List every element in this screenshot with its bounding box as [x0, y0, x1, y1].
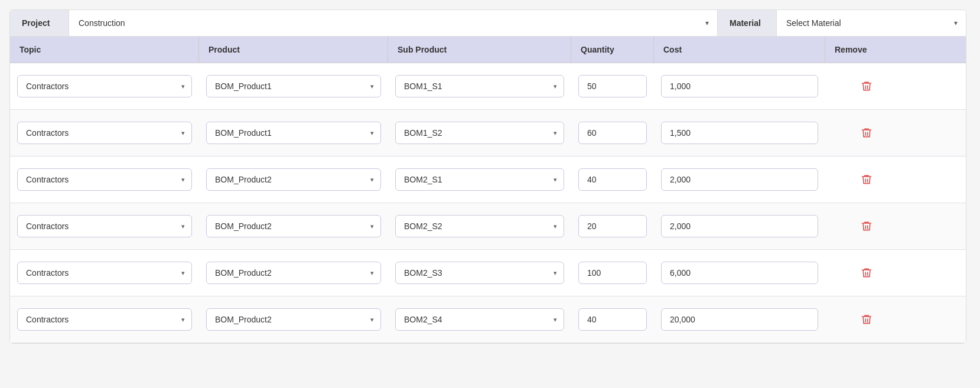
- sub-product-select-wrapper-4[interactable]: BOM2_S3 ▾: [395, 262, 564, 284]
- cell-sub-product-4: BOM2_S3 ▾: [388, 257, 571, 289]
- cell-remove-2: [825, 164, 908, 195]
- cell-cost-4: [654, 257, 825, 289]
- cell-product-2: BOM_Product2 ▾: [199, 164, 388, 195]
- project-select[interactable]: Construction: [69, 10, 717, 36]
- cell-quantity-0: [571, 70, 654, 102]
- cell-sub-product-1: BOM1_S2 ▾: [388, 117, 571, 149]
- material-select-wrapper[interactable]: Select Material ▾: [777, 10, 966, 36]
- sub-product-select-1[interactable]: BOM1_S2: [395, 122, 564, 144]
- table-header: Topic Product Sub Product Quantity Cost …: [10, 37, 966, 63]
- cost-input-4[interactable]: [661, 262, 818, 284]
- table-row: Contractors ▾ BOM_Product1 ▾ BOM1_S2: [10, 110, 966, 156]
- product-select-3[interactable]: BOM_Product2: [206, 215, 381, 237]
- cell-quantity-4: [571, 257, 654, 289]
- cell-remove-1: [825, 117, 908, 149]
- cell-product-5: BOM_Product2 ▾: [199, 304, 388, 335]
- cell-sub-product-0: BOM1_S1 ▾: [388, 70, 571, 102]
- topic-select-1[interactable]: Contractors: [17, 122, 192, 144]
- cell-topic-3: Contractors ▾: [10, 210, 199, 242]
- trash-icon-2: [861, 173, 872, 186]
- topic-select-4[interactable]: Contractors: [17, 262, 192, 284]
- filter-bar: Project Construction ▾ Material Select M…: [10, 10, 966, 37]
- sub-product-select-3[interactable]: BOM2_S2: [395, 215, 564, 237]
- cell-cost-1: [654, 117, 825, 149]
- sub-product-select-wrapper-1[interactable]: BOM1_S2 ▾: [395, 122, 564, 144]
- quantity-input-5[interactable]: [578, 308, 647, 331]
- topic-select-wrapper-3[interactable]: Contractors ▾: [17, 215, 192, 237]
- quantity-input-1[interactable]: [578, 122, 647, 144]
- project-filter-group: Project Construction ▾: [10, 10, 718, 36]
- topic-select-wrapper-2[interactable]: Contractors ▾: [17, 168, 192, 191]
- quantity-input-2[interactable]: [578, 168, 647, 191]
- sub-product-select-wrapper-3[interactable]: BOM2_S2 ▾: [395, 215, 564, 237]
- cost-input-5[interactable]: [661, 308, 818, 331]
- cell-cost-5: [654, 304, 825, 335]
- cell-topic-0: Contractors ▾: [10, 70, 199, 102]
- cell-topic-4: Contractors ▾: [10, 257, 199, 289]
- sub-product-select-4[interactable]: BOM2_S3: [395, 262, 564, 284]
- quantity-input-4[interactable]: [578, 262, 647, 284]
- cell-topic-5: Contractors ▾: [10, 304, 199, 335]
- topic-select-5[interactable]: Contractors: [17, 308, 192, 331]
- cell-quantity-2: [571, 164, 654, 195]
- cell-quantity-3: [571, 210, 654, 242]
- product-select-0[interactable]: BOM_Product1: [206, 75, 381, 97]
- trash-icon-0: [861, 80, 872, 93]
- col-header-product: Product: [199, 37, 388, 63]
- topic-select-wrapper-1[interactable]: Contractors ▾: [17, 122, 192, 144]
- product-select-wrapper-2[interactable]: BOM_Product2 ▾: [206, 168, 381, 191]
- material-filter-group: Material Select Material ▾: [718, 10, 966, 36]
- sub-product-select-5[interactable]: BOM2_S4: [395, 308, 564, 331]
- topic-select-2[interactable]: Contractors: [17, 168, 192, 191]
- trash-icon-4: [861, 266, 872, 279]
- cost-input-2[interactable]: [661, 168, 818, 191]
- trash-icon-5: [861, 313, 872, 326]
- remove-button-0[interactable]: [856, 77, 877, 95]
- product-select-wrapper-4[interactable]: BOM_Product2 ▾: [206, 262, 381, 284]
- topic-select-3[interactable]: Contractors: [17, 215, 192, 237]
- remove-button-2[interactable]: [856, 171, 877, 188]
- quantity-input-0[interactable]: [578, 75, 647, 97]
- remove-button-1[interactable]: [856, 124, 877, 142]
- cell-cost-3: [654, 210, 825, 242]
- remove-button-4[interactable]: [856, 264, 877, 282]
- sub-product-select-wrapper-0[interactable]: BOM1_S1 ▾: [395, 75, 564, 97]
- quantity-input-3[interactable]: [578, 215, 647, 237]
- sub-product-select-wrapper-2[interactable]: BOM2_S1 ▾: [395, 168, 564, 191]
- project-select-wrapper[interactable]: Construction ▾: [69, 10, 717, 36]
- table-row: Contractors ▾ BOM_Product1 ▾ BOM1_S1: [10, 63, 966, 110]
- remove-button-3[interactable]: [856, 217, 877, 235]
- product-select-wrapper-3[interactable]: BOM_Product2 ▾: [206, 215, 381, 237]
- cost-input-3[interactable]: [661, 215, 818, 237]
- material-select[interactable]: Select Material: [777, 10, 966, 36]
- sub-product-select-2[interactable]: BOM2_S1: [395, 168, 564, 191]
- product-select-5[interactable]: BOM_Product2: [206, 308, 381, 331]
- material-label: Material: [718, 10, 777, 36]
- cost-input-0[interactable]: [661, 75, 818, 97]
- cell-product-1: BOM_Product1 ▾: [199, 117, 388, 149]
- topic-select-wrapper-4[interactable]: Contractors ▾: [17, 262, 192, 284]
- cell-remove-0: [825, 70, 908, 102]
- col-header-quantity: Quantity: [571, 37, 654, 63]
- cost-input-1[interactable]: [661, 122, 818, 144]
- col-header-sub-product: Sub Product: [388, 37, 571, 63]
- product-select-wrapper-1[interactable]: BOM_Product1 ▾: [206, 122, 381, 144]
- cell-topic-2: Contractors ▾: [10, 164, 199, 195]
- topic-select-wrapper-0[interactable]: Contractors ▾: [17, 75, 192, 97]
- product-select-1[interactable]: BOM_Product1: [206, 122, 381, 144]
- sub-product-select-0[interactable]: BOM1_S1: [395, 75, 564, 97]
- cell-remove-5: [825, 304, 908, 335]
- remove-button-5[interactable]: [856, 311, 877, 328]
- cell-product-4: BOM_Product2 ▾: [199, 257, 388, 289]
- sub-product-select-wrapper-5[interactable]: BOM2_S4 ▾: [395, 308, 564, 331]
- product-select-wrapper-0[interactable]: BOM_Product1 ▾: [206, 75, 381, 97]
- cell-product-0: BOM_Product1 ▾: [199, 70, 388, 102]
- product-select-wrapper-5[interactable]: BOM_Product2 ▾: [206, 308, 381, 331]
- topic-select-0[interactable]: Contractors: [17, 75, 192, 97]
- cell-cost-0: [654, 70, 825, 102]
- topic-select-wrapper-5[interactable]: Contractors ▾: [17, 308, 192, 331]
- product-select-2[interactable]: BOM_Product2: [206, 168, 381, 191]
- table-row: Contractors ▾ BOM_Product2 ▾ BOM2_S3: [10, 250, 966, 296]
- product-select-4[interactable]: BOM_Product2: [206, 262, 381, 284]
- cell-remove-3: [825, 210, 908, 242]
